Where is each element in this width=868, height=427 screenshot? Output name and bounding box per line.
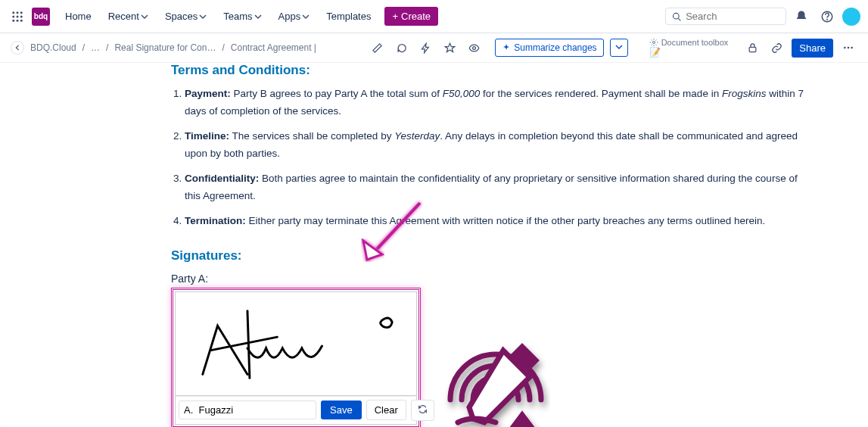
chevron-down-icon — [199, 13, 207, 20]
breadcrumb-sep: / — [222, 42, 224, 53]
summarize-label: Summarize changes — [514, 42, 596, 53]
star-icon[interactable] — [440, 39, 459, 57]
signature-clear-button[interactable]: Clear — [366, 400, 406, 420]
signature-canvas[interactable] — [175, 291, 417, 396]
summarize-changes-button[interactable]: Summarize changes — [495, 39, 603, 57]
breadcrumb-bar: BDQ.Cloud / … / Real Signature for Con… … — [0, 33, 868, 63]
svg-point-4 — [17, 15, 19, 17]
link-icon[interactable] — [767, 39, 786, 57]
search-icon — [672, 11, 681, 22]
term-text: for the services rendered. Payment shall… — [480, 88, 722, 99]
term-currency: Frogskins — [722, 88, 767, 99]
signature-widget: Save Clear — [171, 288, 421, 427]
chevron-down-icon — [254, 13, 262, 20]
document-content: Terms and Conditions: Payment: Party B a… — [0, 63, 868, 427]
sparkle-icon — [502, 43, 511, 52]
share-button[interactable]: Share — [792, 39, 833, 58]
term-text: Either party may terminate this Agreemen… — [246, 215, 766, 226]
term-text: Party B agrees to pay Party A the total … — [231, 88, 443, 99]
chevron-down-icon — [141, 13, 148, 20]
create-button[interactable]: + Create — [384, 7, 438, 26]
nav-recent[interactable]: Recent — [102, 6, 154, 26]
gear-icon — [649, 38, 658, 47]
svg-rect-15 — [749, 47, 756, 51]
svg-point-1 — [17, 11, 19, 14]
svg-point-12 — [827, 19, 828, 20]
breadcrumb-sep: / — [82, 42, 85, 53]
nav-home[interactable]: Home — [59, 6, 98, 26]
doc-toolbox-label: Document toolbox — [661, 38, 729, 47]
svg-point-8 — [20, 19, 23, 21]
terms-list: Payment: Party B agrees to pay Party A t… — [171, 86, 868, 230]
refresh-icon — [418, 404, 428, 414]
sidebar-collapse-icon[interactable] — [11, 41, 24, 55]
term-termination: Termination: Either party may terminate … — [185, 213, 868, 230]
svg-point-18 — [851, 47, 853, 49]
svg-point-7 — [17, 19, 19, 21]
breadcrumb-page1[interactable]: Real Signature for Con… — [114, 42, 216, 53]
decorative-pen-icon — [428, 332, 564, 427]
svg-point-14 — [652, 42, 655, 44]
chevron-down-icon — [615, 43, 623, 51]
notifications-icon[interactable] — [791, 6, 812, 27]
term-label: Timeline: — [185, 130, 229, 142]
document-toolbox[interactable]: Document toolbox 📝 — [649, 38, 729, 58]
nav-apps[interactable]: Apps — [272, 6, 316, 26]
term-timeline: Timeline: The services shall be complete… — [185, 128, 868, 163]
search-input[interactable] — [686, 11, 779, 22]
svg-point-6 — [12, 19, 14, 21]
svg-point-9 — [674, 13, 680, 19]
svg-point-0 — [12, 11, 14, 14]
nav-spaces-label: Spaces — [165, 11, 198, 22]
nav-teams[interactable]: Teams — [217, 6, 267, 26]
signature-refresh-button[interactable] — [411, 400, 434, 421]
top-nav: bdq Home Recent Spaces Teams Apps Templa… — [0, 0, 868, 33]
term-text: The services shall be completed by — [229, 130, 394, 142]
app-logo[interactable]: bdq — [32, 8, 50, 26]
chevron-down-icon — [302, 13, 310, 20]
term-payment: Payment: Party B agrees to pay Party A t… — [185, 86, 868, 120]
svg-point-13 — [472, 46, 475, 49]
more-icon[interactable] — [839, 39, 857, 57]
signature-save-button[interactable]: Save — [321, 401, 362, 419]
nav-templates[interactable]: Templates — [320, 6, 377, 26]
term-label: Termination: — [185, 215, 246, 226]
avatar[interactable] — [842, 8, 860, 26]
edit-icon[interactable] — [368, 39, 386, 57]
term-label: Payment: — [185, 88, 231, 99]
breadcrumb-page2[interactable]: Contract Agreement | — [231, 42, 316, 53]
signatures-heading: Signatures: — [171, 248, 868, 263]
svg-point-16 — [844, 47, 846, 49]
party-a-label: Party A: — [171, 273, 868, 285]
watch-icon[interactable] — [465, 39, 483, 57]
term-confidentiality: Confidentiality: Both parties agree to m… — [185, 170, 868, 205]
signer-name-input[interactable] — [179, 401, 316, 419]
nav-recent-label: Recent — [108, 11, 139, 22]
breadcrumb-ellipsis[interactable]: … — [91, 42, 100, 53]
help-icon[interactable] — [817, 6, 838, 27]
nav-apps-label: Apps — [278, 11, 301, 22]
term-amount: F50,000 — [443, 88, 481, 99]
apps-launcher-icon[interactable] — [8, 7, 27, 26]
search-box[interactable] — [665, 8, 786, 25]
toolbox-note-icon: 📝 — [649, 47, 729, 58]
term-label: Confidentiality: — [185, 173, 259, 184]
nav-spaces[interactable]: Spaces — [159, 6, 213, 26]
term-text: Both parties agree to maintain the confi… — [185, 173, 798, 201]
nav-teams-label: Teams — [223, 11, 252, 22]
terms-heading: Terms and Conditions: — [171, 63, 868, 78]
plus-icon: + — [392, 11, 398, 22]
svg-point-3 — [12, 15, 14, 17]
lightning-icon[interactable] — [416, 39, 434, 57]
summarize-dropdown[interactable] — [610, 39, 628, 57]
create-label: Create — [401, 11, 431, 22]
term-deadline: Yesterday — [394, 130, 440, 142]
svg-point-2 — [20, 11, 23, 14]
restrict-icon[interactable] — [743, 39, 761, 57]
comment-icon[interactable] — [392, 39, 410, 57]
svg-point-5 — [20, 15, 23, 17]
breadcrumb-space[interactable]: BDQ.Cloud — [30, 42, 76, 53]
breadcrumb-sep: / — [106, 42, 108, 53]
signature-controls: Save Clear — [175, 396, 417, 425]
svg-line-10 — [678, 18, 680, 20]
